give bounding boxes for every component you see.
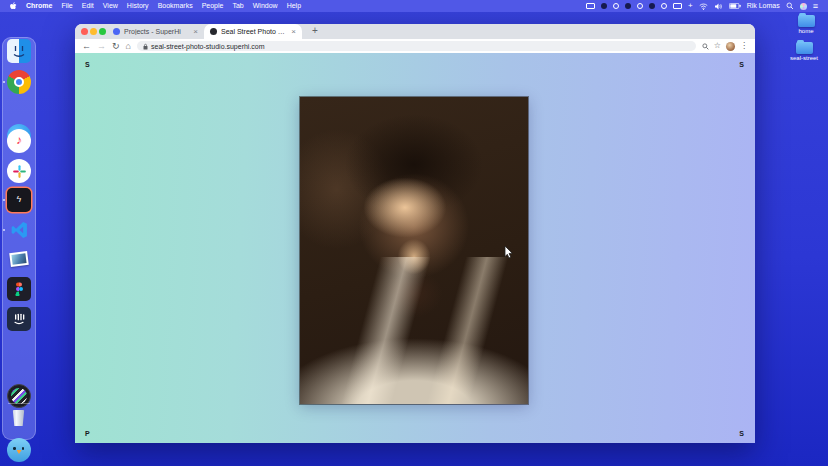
dock: ⋯ ♪ ϟ (2, 37, 36, 440)
tab-strip: Projects - SuperHi × Seal Street Photo S… (75, 24, 755, 39)
window-close-button[interactable] (81, 28, 88, 35)
slack-app-icon[interactable] (7, 159, 31, 183)
window-minimize-button[interactable] (90, 28, 97, 35)
forward-button[interactable]: → (97, 39, 106, 53)
menubar-app-icon-6[interactable] (661, 3, 667, 9)
display-capture-icon[interactable] (586, 3, 595, 9)
battery-icon[interactable] (729, 3, 741, 9)
url-text: seal-street-photo-studio.superhi.com (151, 43, 265, 50)
home-button[interactable]: ⌂ (126, 39, 131, 53)
superhi-favicon (113, 28, 120, 35)
tab-title: Projects - SuperHi (124, 28, 189, 35)
menubar-app-icon-4[interactable] (637, 3, 643, 9)
seal-street-favicon (210, 28, 217, 35)
tab-seal-street-photo-studio[interactable]: Seal Street Photo Studio × (204, 24, 302, 39)
back-button[interactable]: ← (82, 39, 91, 53)
bird-eye-icon (22, 447, 25, 450)
menu-item-bookmarks[interactable]: Bookmarks (158, 0, 193, 12)
figma-app-icon[interactable] (7, 277, 31, 301)
address-bar[interactable]: seal-street-photo-studio.superhi.com (137, 41, 696, 51)
desktop-folder-home[interactable]: home (786, 15, 826, 35)
menubar-app-icon-3[interactable] (625, 3, 631, 9)
menubar-app-icon-5[interactable] (649, 3, 655, 9)
film-reel-app-icon[interactable] (7, 384, 31, 408)
menu-item-window[interactable]: Window (253, 0, 278, 12)
menu-item-history[interactable]: History (127, 0, 149, 12)
stamp-icon (9, 251, 29, 267)
bird-eye-icon (13, 447, 16, 450)
menubar-username[interactable]: Rik Lomas (747, 0, 780, 12)
terminal-prompt-glyph: ϟ (17, 194, 22, 204)
menu-bar: Chrome File Edit View History Bookmarks … (0, 0, 828, 12)
overflow-menu-icon[interactable]: ⋮ (740, 39, 748, 53)
notification-center-icon[interactable]: ≡ (813, 2, 818, 10)
folder-icon (798, 15, 815, 27)
menu-bar-status-area: + Rik Lomas ≡ (586, 0, 818, 12)
tab-projects-superhi[interactable]: Projects - SuperHi × (107, 24, 204, 39)
window-zoom-button[interactable] (99, 28, 106, 35)
dock-divider (8, 403, 30, 404)
apple-menu[interactable] (10, 2, 17, 11)
chrome-app-icon[interactable] (7, 70, 31, 94)
monitor-icon[interactable] (673, 3, 682, 9)
menu-item-view[interactable]: View (103, 0, 118, 12)
menu-item-tab[interactable]: Tab (232, 0, 243, 12)
intercom-app-icon[interactable] (7, 307, 31, 331)
search-icon[interactable] (702, 43, 709, 50)
page-content: S S P S (75, 53, 755, 443)
folder-label: home (786, 28, 826, 35)
vscode-logo-icon (9, 220, 29, 240)
toolbar-right-icons: ☆ ⋮ (702, 39, 748, 53)
tab-close-icon[interactable]: × (291, 24, 296, 39)
music-note-icon: ♪ (16, 133, 22, 147)
finder-app-icon[interactable] (7, 39, 31, 63)
wifi-icon[interactable] (699, 3, 708, 10)
corner-letter-bottom-right: S (739, 430, 744, 437)
menu-item-file[interactable]: File (61, 0, 72, 12)
intercom-logo-icon (11, 311, 27, 327)
menu-item-help[interactable]: Help (287, 0, 301, 12)
menu-item-people[interactable]: People (202, 0, 224, 12)
folder-label: seal-street (784, 55, 824, 62)
figma-logo-icon (14, 282, 24, 296)
corner-letter-top-right: S (739, 61, 744, 68)
mail-app-icon[interactable] (7, 247, 31, 271)
mouse-cursor (504, 245, 514, 259)
browser-toolbar: ← → ↻ ⌂ seal-street-photo-studio.superhi… (75, 39, 755, 53)
browser-window: Projects - SuperHi × Seal Street Photo S… (75, 24, 755, 443)
trash-icon[interactable] (12, 410, 25, 426)
vscode-app-icon[interactable] (7, 218, 31, 242)
finder-face-icon (7, 39, 31, 63)
apple-icon (10, 2, 17, 11)
portrait-photo (300, 97, 528, 404)
lock-icon (143, 43, 148, 50)
folder-icon (796, 42, 813, 54)
music-app-icon[interactable]: ♪ (7, 129, 31, 153)
siri-icon[interactable] (800, 3, 807, 10)
plus-icon[interactable]: + (688, 2, 693, 10)
slack-logo-icon (11, 163, 28, 180)
spotlight-search-icon[interactable] (786, 2, 794, 10)
corner-letter-top-left: S (85, 61, 90, 68)
new-tab-button[interactable]: + (308, 24, 322, 39)
desktop-folder-seal-street[interactable]: seal-street (784, 42, 824, 62)
bird-beak-icon (17, 450, 22, 454)
profile-avatar[interactable] (726, 42, 735, 51)
menubar-app-icon-2[interactable] (613, 3, 619, 9)
terminal-app-icon[interactable]: ϟ (7, 188, 31, 212)
tab-close-icon[interactable]: × (193, 24, 198, 39)
tab-title: Seal Street Photo Studio (221, 28, 287, 35)
twitterrific-app-icon[interactable] (7, 438, 31, 462)
menu-item-edit[interactable]: Edit (82, 0, 94, 12)
menu-item-chrome[interactable]: Chrome (26, 0, 52, 12)
reload-button[interactable]: ↻ (112, 39, 120, 53)
corner-letter-bottom-left: P (85, 430, 90, 437)
volume-icon[interactable] (714, 3, 723, 10)
bookmark-star-icon[interactable]: ☆ (714, 39, 721, 53)
menubar-app-icon-1[interactable] (601, 3, 607, 9)
